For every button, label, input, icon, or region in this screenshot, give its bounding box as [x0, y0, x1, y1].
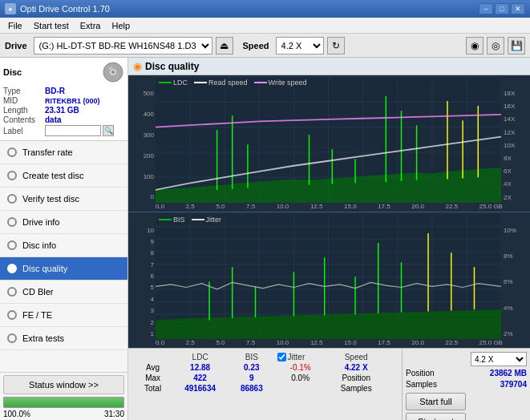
- speed-select[interactable]: 4.2 X: [276, 37, 324, 55]
- disc-length-label: Length: [3, 106, 45, 115]
- bottom-chart-y-axis: 10 9 8 7 6 5 4 3 2 1: [128, 214, 156, 340]
- row-max-bis: 9: [229, 373, 274, 383]
- bis-legend-label: BIS: [173, 216, 185, 224]
- read-speed-legend-color: [194, 82, 207, 83]
- disc-label-field: Label 🔍: [3, 125, 124, 136]
- progress-percent: 100.0%: [3, 410, 30, 418]
- nav-verify-test-disc[interactable]: Verify test disc: [0, 188, 127, 211]
- stats-row-total: Total 4916634 86863 Samples: [135, 383, 395, 394]
- disc-icon: [102, 61, 124, 83]
- app-title: Opti Drive Control 1.70: [20, 4, 110, 14]
- y-right-12x: 12X: [504, 129, 515, 136]
- x-tick-75-top: 7.5: [246, 203, 255, 210]
- top-chart-area: LDC Read speed Write speed: [156, 77, 501, 203]
- write-speed-legend-color: [254, 82, 267, 83]
- x-tick-125-bot: 12.5: [310, 339, 323, 346]
- speed-label: Speed: [243, 41, 269, 50]
- nav-fe-te-label: FE / TE: [22, 310, 52, 320]
- nav-disc-quality[interactable]: Disc quality: [0, 257, 127, 281]
- drive-toolbar: Drive (G:) HL-DT-ST BD-RE WH16NS48 1.D3 …: [0, 34, 530, 58]
- drive-info-icon: [6, 216, 18, 228]
- bottom-chart-x-axis: 0.0 2.5 5.0 7.5 10.0 12.5 15.0 17.5 20.0…: [128, 339, 530, 346]
- nav-create-test-disc[interactable]: Create test disc: [0, 164, 127, 188]
- col-jitter-checkbox: Jitter: [274, 352, 327, 362]
- top-chart-x-axis: 0.0 2.5 5.0 7.5 10.0 12.5 15.0 17.5 20.0…: [128, 203, 530, 210]
- x-tick-125-top: 12.5: [310, 203, 323, 210]
- nav-fe-te[interactable]: FE / TE: [0, 304, 127, 327]
- close-button[interactable]: ✕: [511, 3, 525, 14]
- x-tick-200-top: 20.0: [411, 203, 424, 210]
- bottom-chart-inner: 10 9 8 7 6 5 4 3 2 1: [128, 214, 530, 340]
- x-tick-225-bot: 22.5: [445, 339, 458, 346]
- samples-label: Samples: [406, 380, 437, 389]
- row-max-speed-label: Position: [327, 373, 386, 383]
- disc-label-input[interactable]: [45, 125, 101, 136]
- jitter-legend-label: Jitter: [206, 216, 222, 224]
- drive-select[interactable]: (G:) HL-DT-ST BD-RE WH16NS48 1.D3: [34, 37, 212, 55]
- title-bar-left: ● Opti Drive Control 1.70: [5, 3, 110, 14]
- nav-transfer-rate-label: Transfer rate: [22, 147, 73, 157]
- speed-dropdown[interactable]: 4.2 X: [471, 352, 527, 366]
- maximize-button[interactable]: □: [495, 3, 509, 14]
- menu-help[interactable]: Help: [107, 19, 135, 32]
- y-tick-500: 500: [144, 90, 154, 97]
- jitter-checkbox[interactable]: [277, 353, 286, 361]
- row-total-bis: 86863: [229, 383, 274, 394]
- col-empty: [135, 352, 171, 362]
- x-tick-0-bot: 0.0: [156, 339, 164, 346]
- y-tick-9: 9: [151, 238, 154, 245]
- progress-bar-container: [3, 397, 124, 408]
- disc-type-label: Type: [3, 87, 45, 95]
- row-avg-speed: 4.22 X: [327, 362, 386, 373]
- fe-te-icon: [6, 309, 18, 321]
- legend-write-speed: Write speed: [254, 79, 307, 87]
- disc-button2[interactable]: ◎: [487, 37, 504, 55]
- nav-disc-info[interactable]: Disc info: [0, 234, 127, 257]
- nav-cd-bler[interactable]: CD Bler: [0, 281, 127, 304]
- status-window-button[interactable]: Status window >>: [3, 375, 124, 394]
- refresh-button[interactable]: ↻: [327, 37, 345, 55]
- disc-label-button[interactable]: 🔍: [103, 125, 114, 136]
- disc-info-panel: Disc Type BD-R MID RITEKBR1 (000) Length…: [0, 58, 127, 141]
- disc-contents-value: data: [45, 115, 62, 124]
- minimize-button[interactable]: –: [479, 3, 493, 14]
- nav-extra-tests[interactable]: Extra tests: [0, 327, 127, 350]
- y-tick-100: 100: [144, 173, 154, 180]
- y-tick-300: 300: [144, 131, 154, 139]
- menu-extra[interactable]: Extra: [75, 19, 106, 32]
- y-right-4pct: 4%: [504, 305, 513, 312]
- title-bar-buttons: – □ ✕: [479, 3, 525, 14]
- menu-start-test[interactable]: Start test: [29, 19, 74, 32]
- progress-bar-fill: [4, 398, 123, 407]
- stats-table-area: LDC BIS Jitter Speed: [128, 349, 402, 420]
- stats-right-panel: 4.2 X Position 23862 MB Samples 379704 S…: [402, 349, 530, 420]
- top-chart-inner: 500 400 300 200 100 0 LDC: [128, 77, 530, 203]
- row-avg-ldc: 12.88: [171, 362, 229, 373]
- save-button[interactable]: 💾: [508, 37, 525, 55]
- start-part-button[interactable]: Start part: [406, 413, 466, 420]
- start-full-button[interactable]: Start full: [406, 393, 466, 410]
- row-max-label: Max: [135, 373, 171, 383]
- svg-point-2: [111, 71, 115, 74]
- y-tick-6: 6: [151, 273, 154, 280]
- y-tick-400: 400: [144, 111, 154, 118]
- nav-drive-info[interactable]: Drive info: [0, 211, 127, 234]
- disc-panel-title: Disc: [3, 67, 22, 77]
- bottom-chart-y-axis-right: 10% 8% 6% 4% 2%: [501, 214, 530, 340]
- eject-button[interactable]: ⏏: [216, 37, 233, 55]
- drive-label: Drive: [5, 41, 27, 50]
- disc-quality-icon: [6, 263, 18, 274]
- ldc-legend-color: [159, 82, 172, 83]
- y-right-16x: 16X: [504, 103, 515, 110]
- x-tick-0-top: 0.0: [156, 203, 164, 210]
- col-ldc: LDC: [171, 352, 229, 362]
- disc-button1[interactable]: ◉: [466, 37, 483, 55]
- row-avg-jitter: -0.1%: [274, 362, 327, 373]
- status-bar-bottom: Status window >> 100.0% 31:30: [0, 372, 127, 420]
- menu-file[interactable]: File: [3, 19, 27, 32]
- nav-drive-info-label: Drive info: [22, 217, 59, 227]
- bottom-chart-svg: [156, 214, 501, 340]
- nav-transfer-rate[interactable]: Transfer rate: [0, 141, 127, 164]
- samples-value: 379704: [500, 380, 527, 389]
- y-tick-3: 3: [151, 307, 154, 314]
